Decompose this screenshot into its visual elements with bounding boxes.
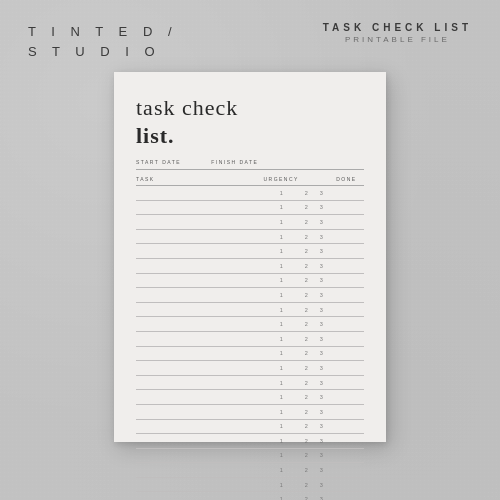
urgency-1: 1	[263, 361, 299, 376]
table-row: 1 2 3	[136, 186, 364, 201]
urgency-3: 3	[314, 317, 329, 332]
urgency-2: 2	[299, 186, 314, 201]
task-cell	[136, 273, 263, 288]
urgency-2: 2	[299, 200, 314, 215]
table-row: 1 2 3	[136, 229, 364, 244]
table-row: 1 2 3	[136, 258, 364, 273]
task-cell	[136, 361, 263, 376]
urgency-3: 3	[314, 419, 329, 434]
task-cell	[136, 229, 263, 244]
urgency-3: 3	[314, 375, 329, 390]
urgency-2: 2	[299, 302, 314, 317]
urgency-2: 2	[299, 477, 314, 492]
urgency-1: 1	[263, 477, 299, 492]
urgency-1: 1	[263, 448, 299, 463]
task-cell	[136, 200, 263, 215]
urgency-3: 3	[314, 215, 329, 230]
logo-line1: T I N T E D /	[28, 22, 178, 42]
urgency-2: 2	[299, 492, 314, 500]
urgency-1: 1	[263, 331, 299, 346]
urgency-3: 3	[314, 273, 329, 288]
urgency-1: 1	[263, 288, 299, 303]
done-cell	[329, 331, 364, 346]
urgency-3: 3	[314, 404, 329, 419]
col-header-done: DONE	[329, 176, 364, 186]
task-cell	[136, 215, 263, 230]
header-top-right: TASK CHECK LIST PRINTABLE FILE	[323, 22, 472, 44]
urgency-2: 2	[299, 463, 314, 478]
urgency-1: 1	[263, 463, 299, 478]
done-cell	[329, 375, 364, 390]
urgency-2: 2	[299, 258, 314, 273]
done-cell	[329, 404, 364, 419]
table-row: 1 2 3	[136, 404, 364, 419]
table-row: 1 2 3	[136, 448, 364, 463]
urgency-1: 1	[263, 215, 299, 230]
table-row: 1 2 3	[136, 317, 364, 332]
task-table: TASK URGENCY DONE 1 2 3 1 2 3 1 2 3	[136, 176, 364, 500]
urgency-2: 2	[299, 361, 314, 376]
urgency-2: 2	[299, 448, 314, 463]
urgency-3: 3	[314, 186, 329, 201]
urgency-3: 3	[314, 258, 329, 273]
urgency-3: 3	[314, 288, 329, 303]
urgency-2: 2	[299, 434, 314, 449]
urgency-2: 2	[299, 404, 314, 419]
table-row: 1 2 3	[136, 375, 364, 390]
task-cell	[136, 346, 263, 361]
task-cell	[136, 477, 263, 492]
urgency-1: 1	[263, 273, 299, 288]
urgency-2: 2	[299, 331, 314, 346]
urgency-1: 1	[263, 375, 299, 390]
finish-date-label: FINISH DATE	[211, 159, 258, 165]
col-header-task: TASK	[136, 176, 263, 186]
urgency-2: 2	[299, 244, 314, 259]
urgency-2: 2	[299, 288, 314, 303]
done-cell	[329, 448, 364, 463]
table-header-row: TASK URGENCY DONE	[136, 176, 364, 186]
urgency-2: 2	[299, 317, 314, 332]
table-row: 1 2 3	[136, 492, 364, 500]
task-cell	[136, 331, 263, 346]
table-row: 1 2 3	[136, 288, 364, 303]
done-cell	[329, 186, 364, 201]
table-row: 1 2 3	[136, 244, 364, 259]
done-cell	[329, 229, 364, 244]
urgency-1: 1	[263, 419, 299, 434]
task-cell	[136, 419, 263, 434]
urgency-3: 3	[314, 302, 329, 317]
table-row: 1 2 3	[136, 477, 364, 492]
urgency-3: 3	[314, 448, 329, 463]
urgency-1: 1	[263, 404, 299, 419]
urgency-1: 1	[263, 229, 299, 244]
done-cell	[329, 477, 364, 492]
urgency-1: 1	[263, 244, 299, 259]
table-row: 1 2 3	[136, 273, 364, 288]
done-cell	[329, 492, 364, 500]
header-main-title: TASK CHECK LIST	[323, 22, 472, 33]
task-table-body: 1 2 3 1 2 3 1 2 3 1 2 3 1 2 3	[136, 186, 364, 501]
task-cell	[136, 448, 263, 463]
done-cell	[329, 361, 364, 376]
urgency-2: 2	[299, 390, 314, 405]
urgency-2: 2	[299, 273, 314, 288]
table-row: 1 2 3	[136, 302, 364, 317]
urgency-3: 3	[314, 492, 329, 500]
header-sub-title: PRINTABLE FILE	[323, 35, 472, 44]
done-cell	[329, 215, 364, 230]
urgency-3: 3	[314, 463, 329, 478]
col-header-n2	[314, 176, 329, 186]
done-cell	[329, 390, 364, 405]
task-cell	[136, 244, 263, 259]
table-row: 1 2 3	[136, 361, 364, 376]
urgency-3: 3	[314, 390, 329, 405]
done-cell	[329, 434, 364, 449]
urgency-1: 1	[263, 302, 299, 317]
task-cell	[136, 390, 263, 405]
table-row: 1 2 3	[136, 390, 364, 405]
done-cell	[329, 346, 364, 361]
urgency-3: 3	[314, 434, 329, 449]
urgency-3: 3	[314, 331, 329, 346]
col-header-n1	[299, 176, 314, 186]
done-cell	[329, 258, 364, 273]
